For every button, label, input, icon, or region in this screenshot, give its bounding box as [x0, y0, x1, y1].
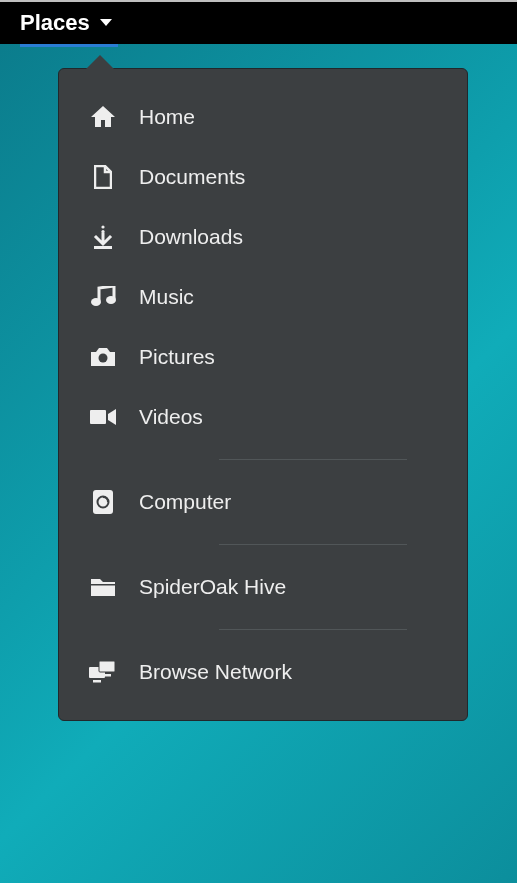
places-label: Places [20, 10, 90, 36]
menu-item-label: Home [139, 105, 195, 129]
music-icon [89, 286, 117, 308]
menu-separator [219, 459, 407, 460]
menu-item-label: Documents [139, 165, 245, 189]
network-icon [89, 661, 117, 683]
places-menu: Home Documents Downloads Music [58, 68, 468, 721]
svg-rect-12 [99, 661, 115, 672]
camera-icon [89, 347, 117, 367]
folder-icon [89, 577, 117, 597]
svg-point-5 [99, 354, 108, 363]
menu-item-label: Music [139, 285, 194, 309]
computer-icon [89, 489, 117, 515]
menu-separator [219, 629, 407, 630]
svg-rect-7 [93, 490, 113, 514]
menu-item-label: Pictures [139, 345, 215, 369]
places-menu-button[interactable]: Places [20, 10, 114, 36]
home-icon [89, 106, 117, 128]
menu-item-music[interactable]: Music [59, 267, 467, 327]
menu-item-label: Computer [139, 490, 231, 514]
active-indicator [20, 44, 118, 47]
video-icon [89, 409, 117, 425]
svg-rect-6 [90, 410, 106, 424]
menu-item-label: Browse Network [139, 660, 292, 684]
chevron-down-icon [98, 18, 114, 28]
document-icon [89, 165, 117, 189]
menu-separator [219, 544, 407, 545]
menu-item-videos[interactable]: Videos [59, 387, 467, 447]
svg-rect-13 [103, 674, 111, 677]
menu-item-spideroak-hive[interactable]: SpiderOak Hive [59, 557, 467, 617]
svg-point-0 [101, 225, 104, 228]
svg-point-4 [106, 296, 116, 304]
top-bar: Places [0, 2, 517, 44]
menu-item-documents[interactable]: Documents [59, 147, 467, 207]
menu-item-label: Downloads [139, 225, 243, 249]
menu-item-home[interactable]: Home [59, 87, 467, 147]
menu-item-label: Videos [139, 405, 203, 429]
svg-rect-9 [91, 584, 115, 586]
svg-rect-11 [93, 680, 101, 683]
menu-item-computer[interactable]: Computer [59, 472, 467, 532]
svg-point-3 [91, 298, 101, 306]
menu-item-label: SpiderOak Hive [139, 575, 286, 599]
menu-item-pictures[interactable]: Pictures [59, 327, 467, 387]
download-icon [89, 225, 117, 249]
menu-item-downloads[interactable]: Downloads [59, 207, 467, 267]
menu-item-browse-network[interactable]: Browse Network [59, 642, 467, 702]
svg-rect-2 [94, 246, 112, 249]
